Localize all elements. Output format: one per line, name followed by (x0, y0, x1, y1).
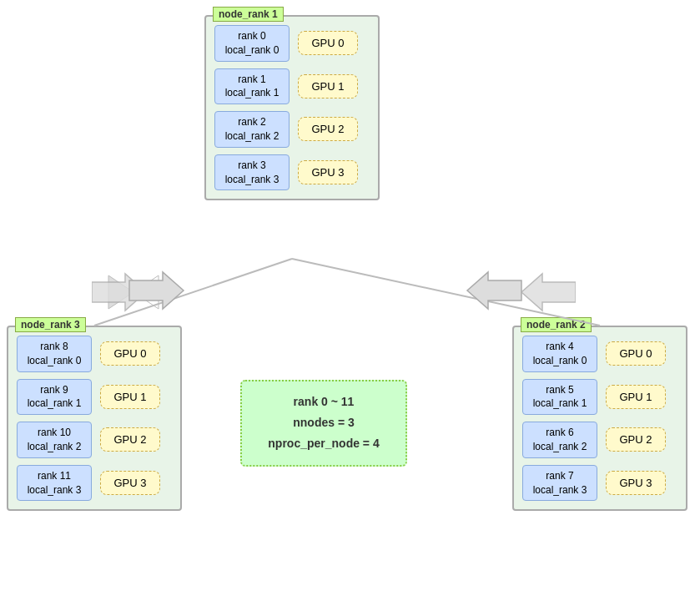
info-line1: rank 0 ~ 11 (257, 391, 390, 412)
rank-cell-0: rank 0local_rank 0 (214, 25, 290, 62)
rank-cell-5: rank 5local_rank 1 (522, 379, 597, 416)
rank-row-2: rank 2local_rank 2 GPU 2 (214, 111, 370, 148)
gpu-cell-9: GPU 1 (100, 385, 160, 409)
diagram-container: node_rank 1 rank 0local_rank 0 GPU 0 ran… (0, 0, 700, 596)
rank-row-4: rank 4local_rank 0 GPU 0 (522, 336, 677, 372)
node-rank-2-box: node_rank 2 rank 4local_rank 0 GPU 0 ran… (512, 326, 687, 511)
node-rank-1-box: node_rank 1 rank 0local_rank 0 GPU 0 ran… (204, 15, 380, 200)
rank-cell-10: rank 10local_rank 2 (17, 422, 92, 458)
rank-cell-9: rank 9local_rank 1 (17, 379, 92, 416)
rank-cell-7: rank 7local_rank 3 (522, 465, 597, 502)
rank-cell-8: rank 8local_rank 0 (17, 336, 92, 372)
rank-cell-11: rank 11local_rank 3 (17, 465, 92, 502)
rank-row-8: rank 8local_rank 0 GPU 0 (17, 336, 172, 372)
gpu-cell-4: GPU 0 (606, 341, 666, 366)
svg-marker-5 (521, 274, 576, 311)
rank-row-9: rank 9local_rank 1 GPU 1 (17, 379, 172, 416)
node-rank-3-box: node_rank 3 rank 8local_rank 0 GPU 0 ran… (7, 326, 182, 511)
svg-marker-4 (92, 274, 146, 311)
rank-row-11: rank 11local_rank 3 GPU 3 (17, 465, 172, 502)
gpu-cell-2: GPU 2 (298, 117, 358, 141)
gpu-cell-3: GPU 3 (298, 160, 358, 184)
rank-cell-3: rank 3local_rank 3 (214, 154, 290, 191)
info-line2: nnodes = 3 (257, 412, 390, 433)
rank-row-6: rank 6local_rank 2 GPU 2 (522, 422, 677, 458)
gpu-cell-11: GPU 3 (100, 471, 160, 495)
rank-row-10: rank 10local_rank 2 GPU 2 (17, 422, 172, 458)
rank-cell-2: rank 2local_rank 2 (214, 111, 290, 148)
arrow-node1-node2 (442, 267, 576, 317)
rank-cell-6: rank 6local_rank 2 (522, 422, 597, 458)
node-rank-3-label: node_rank 3 (15, 317, 86, 332)
gpu-cell-1: GPU 1 (298, 74, 358, 98)
gpu-cell-6: GPU 2 (606, 427, 666, 452)
rank-cell-1: rank 1local_rank 1 (214, 68, 290, 105)
rank-row-7: rank 7local_rank 3 GPU 3 (522, 465, 677, 502)
info-line3: nproc_per_node = 4 (257, 433, 390, 454)
rank-row-1: rank 1local_rank 1 GPU 1 (214, 68, 370, 105)
rank-row-5: rank 5local_rank 1 GPU 1 (522, 379, 677, 416)
rank-row-3: rank 3local_rank 3 GPU 3 (214, 154, 370, 191)
gpu-cell-0: GPU 0 (298, 31, 358, 55)
rank-cell-4: rank 4local_rank 0 (522, 336, 597, 372)
gpu-cell-10: GPU 2 (100, 427, 160, 452)
arrow-node1-node3 (92, 267, 225, 317)
gpu-cell-8: GPU 0 (100, 341, 160, 366)
node-rank-2-label: node_rank 2 (521, 317, 592, 332)
rank-row-0: rank 0local_rank 0 GPU 0 (214, 25, 370, 62)
node-rank-1-label: node_rank 1 (213, 7, 284, 22)
gpu-cell-7: GPU 3 (606, 471, 666, 495)
gpu-cell-5: GPU 1 (606, 385, 666, 409)
info-box: rank 0 ~ 11 nnodes = 3 nproc_per_node = … (240, 380, 407, 467)
